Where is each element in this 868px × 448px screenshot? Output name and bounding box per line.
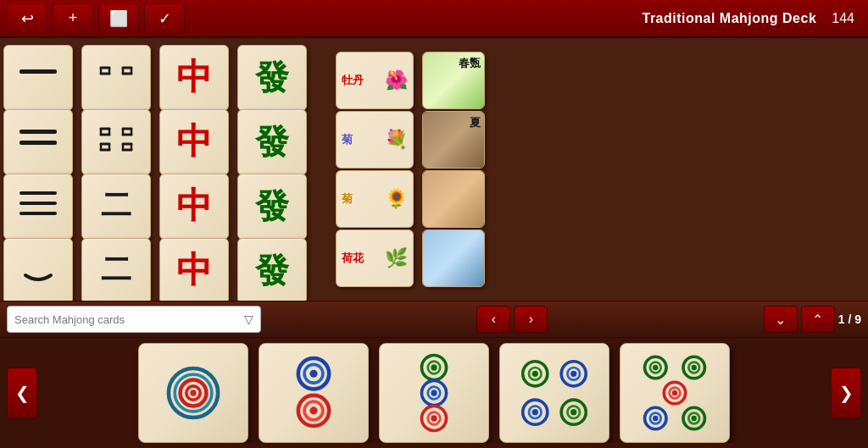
card-4-2[interactable]: 發 — [237, 109, 307, 175]
deck-title: Traditional Mahjong Deck — [642, 11, 816, 26]
svg-point-77 — [692, 365, 697, 370]
dot-card-3[interactable] — [379, 343, 489, 443]
svg-point-83 — [653, 416, 658, 421]
card-4-3[interactable]: 發 — [237, 174, 307, 240]
folder-button[interactable]: ⬜ — [98, 3, 139, 34]
scroll-up-button[interactable]: ⌃ — [801, 306, 835, 333]
add-icon: + — [69, 9, 78, 27]
prev-page-icon: ‹ — [492, 312, 496, 327]
svg-text:二: 二 — [101, 188, 131, 222]
bottom-cards — [44, 343, 824, 443]
card-3-1[interactable]: 中 — [159, 45, 229, 111]
flower-card-lotus-icon: 🌿 — [385, 247, 408, 269]
svg-point-44 — [190, 390, 196, 395]
scroll-down-icon: ⌄ — [775, 312, 786, 328]
card-2-2[interactable] — [81, 109, 151, 175]
card-3-4[interactable]: 中 — [159, 238, 229, 301]
flower-card-orchid[interactable]: 菊 💐 — [336, 111, 414, 169]
card-2-1[interactable] — [81, 45, 151, 111]
card-columns: 二 二 中 中 中 — [0, 38, 868, 301]
season-card-spring[interactable]: 春㽊 — [422, 52, 485, 109]
scroll-up-down: ⌄ ⌃ 1 / 9 — [764, 306, 861, 333]
season-column: 春㽊 夏 — [420, 45, 488, 294]
svg-rect-4 — [19, 202, 57, 205]
scroll-up-icon: ⌃ — [812, 312, 823, 328]
flower-card-lotus[interactable]: 荷花 🌿 — [336, 230, 414, 287]
prev-page-button[interactable]: ‹ — [476, 306, 510, 333]
pagination-prev-next: ‹ › — [476, 306, 548, 333]
svg-rect-2 — [19, 141, 57, 145]
top-bar: ↩ + ⬜ ✓ Traditional Mahjong Deck 144 — [0, 0, 868, 38]
svg-point-59 — [431, 415, 437, 421]
card-column-4: 發 發 發 發 — [237, 45, 314, 301]
card-2-3[interactable]: 二 — [81, 174, 151, 240]
card-column-2: 二 二 — [81, 45, 158, 301]
flower-card-orchid-icon: 💐 — [385, 129, 408, 151]
svg-point-53 — [431, 364, 437, 370]
main-card-area: 二 二 中 中 中 — [0, 38, 868, 301]
page-indicator: 1 / 9 — [838, 312, 861, 326]
svg-text:發: 發 — [254, 187, 290, 225]
bottom-next-button[interactable]: ❯ — [831, 368, 861, 418]
flower-card-chrysanthemum[interactable]: 菊 🌻 — [336, 170, 414, 228]
deck-count: 144 — [832, 11, 854, 26]
svg-text:發: 發 — [254, 252, 290, 290]
check-button[interactable]: ✓ — [144, 3, 185, 34]
bottom-prev-icon: ❮ — [15, 383, 30, 403]
svg-point-65 — [570, 371, 576, 377]
svg-rect-5 — [19, 212, 57, 215]
svg-point-68 — [532, 409, 538, 415]
flower-card-chrysanthemum-icon: 🌻 — [385, 188, 408, 210]
dot-card-5[interactable] — [620, 343, 730, 443]
svg-point-80 — [672, 390, 677, 395]
bottom-area: ❮ — [0, 338, 868, 448]
svg-rect-3 — [19, 191, 57, 195]
svg-text:中: 中 — [176, 186, 212, 225]
bottom-prev-button[interactable]: ❮ — [7, 368, 37, 418]
card-3-2[interactable]: 中 — [159, 109, 229, 175]
card-3-3[interactable]: 中 — [159, 174, 229, 240]
flower-column: 牡丹 🌺 菊 💐 菊 🌻 荷花 🌿 — [334, 45, 419, 294]
svg-point-74 — [653, 365, 658, 370]
season-card-winter[interactable] — [422, 230, 485, 287]
card-2-4[interactable]: 二 — [81, 238, 151, 301]
svg-text:發: 發 — [254, 58, 290, 97]
flower-card-peony[interactable]: 牡丹 🌺 — [336, 52, 414, 109]
svg-point-56 — [431, 390, 437, 395]
back-icon: ↩ — [21, 9, 34, 28]
season-summer-label: 夏 — [470, 115, 481, 130]
search-box[interactable]: ▽ — [7, 306, 261, 333]
svg-text:發: 發 — [254, 123, 290, 161]
card-1-3[interactable] — [3, 174, 73, 240]
season-card-autumn[interactable] — [422, 170, 485, 228]
card-1-2[interactable] — [3, 109, 73, 175]
svg-text:二: 二 — [101, 252, 131, 286]
svg-rect-0 — [19, 69, 57, 74]
card-4-4[interactable]: 發 — [237, 238, 307, 301]
dot-card-1[interactable] — [138, 343, 248, 443]
flower-card-peony-icon: 🌺 — [385, 69, 408, 91]
next-page-button[interactable]: › — [514, 306, 548, 333]
card-4-1[interactable]: 發 — [237, 45, 307, 111]
filter-icon[interactable]: ▽ — [244, 312, 253, 326]
card-1-4[interactable] — [3, 238, 73, 301]
svg-text:中: 中 — [176, 58, 212, 97]
search-input[interactable] — [14, 313, 239, 326]
flower-card-chrysanthemum-text: 菊 — [342, 191, 353, 207]
dot-card-4[interactable] — [499, 343, 609, 443]
scroll-down-button[interactable]: ⌄ — [764, 306, 798, 333]
svg-point-71 — [570, 409, 576, 415]
svg-point-62 — [532, 371, 538, 377]
svg-point-50 — [309, 407, 317, 414]
season-spring-label: 春㽊 — [459, 56, 481, 71]
add-button[interactable]: + — [53, 3, 93, 34]
flower-card-orchid-text: 菊 — [342, 132, 353, 147]
season-card-summer[interactable]: 夏 — [422, 111, 485, 169]
dot-card-2[interactable] — [259, 343, 369, 443]
svg-point-86 — [692, 416, 697, 421]
back-button[interactable]: ↩ — [7, 3, 47, 34]
card-column-3: 中 中 中 中 — [159, 45, 236, 301]
folder-icon: ⬜ — [109, 9, 128, 28]
card-1-1[interactable] — [3, 45, 73, 111]
bottom-next-icon: ❯ — [839, 383, 854, 403]
